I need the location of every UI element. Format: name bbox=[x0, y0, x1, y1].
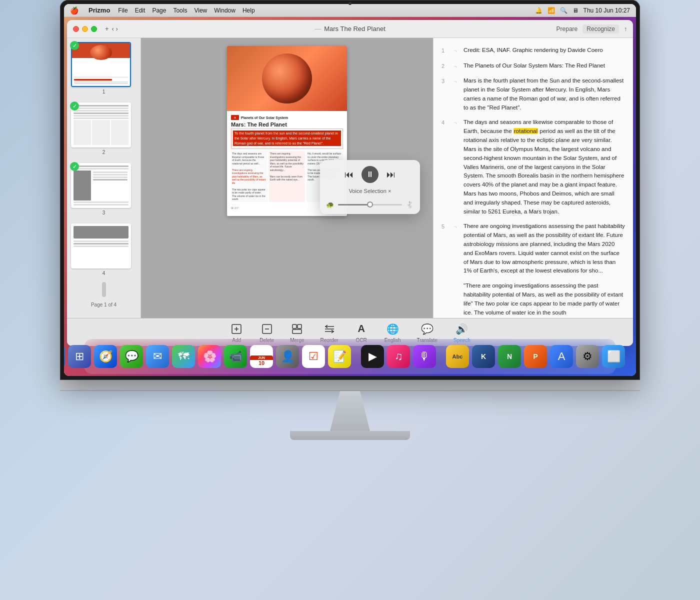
dock-trash[interactable]: 🗑 bbox=[635, 345, 636, 368]
dock-safari[interactable]: 🧭 bbox=[94, 345, 117, 368]
dock-finder[interactable]: 🖥 bbox=[64, 345, 65, 368]
dock-screentime[interactable]: ⬜ bbox=[602, 345, 625, 368]
nav-arrows[interactable]: ‹ › bbox=[112, 25, 118, 32]
menubar-right: 🔔 📶 🔍 🖥 Thu 10 Jun 10:27 bbox=[535, 7, 630, 14]
add-page-button[interactable]: + bbox=[105, 25, 109, 32]
dock-launchpad[interactable]: ⊞ bbox=[68, 345, 91, 368]
dock-numbers[interactable]: N bbox=[498, 345, 521, 368]
menu-file[interactable]: File bbox=[118, 7, 128, 14]
thumbnail-label-2: 2 bbox=[71, 150, 136, 155]
dock-messages[interactable]: 💬 bbox=[120, 345, 143, 368]
menu-help[interactable]: Help bbox=[242, 7, 255, 14]
dock-mail[interactable]: ✉ bbox=[146, 345, 169, 368]
dock-maps[interactable]: 🗺 bbox=[172, 345, 195, 368]
doc-image-area bbox=[227, 46, 347, 111]
thumbnail-3[interactable]: ✓ bbox=[67, 159, 140, 220]
title-dash: — bbox=[314, 25, 321, 32]
prepare-button[interactable]: Prepare bbox=[556, 26, 578, 32]
reorder-icon bbox=[322, 322, 336, 336]
minimize-button[interactable] bbox=[82, 26, 88, 32]
text-line-3: 3 ¬ Mars is the fourth planet from the S… bbox=[442, 76, 625, 112]
dock-settings[interactable]: ⚙ bbox=[576, 345, 599, 368]
dock-reminders[interactable]: ☑ bbox=[302, 345, 325, 368]
doc-col-1: The days and seasons are likewise compar… bbox=[231, 151, 268, 202]
menubar: 🍎 Prizmo File Edit Page Tools View Windo… bbox=[64, 4, 636, 17]
menu-edit[interactable]: Edit bbox=[135, 7, 146, 14]
thumbnail-img-4 bbox=[71, 224, 131, 268]
dock-pages[interactable]: P bbox=[524, 345, 547, 368]
delete-icon bbox=[260, 322, 274, 336]
screen-icon: 🖥 bbox=[572, 7, 578, 14]
sidebar: ✓ bbox=[67, 38, 141, 318]
scroll-indicator bbox=[102, 282, 106, 297]
apple-menu-icon[interactable]: 🍎 bbox=[70, 6, 78, 14]
merge-icon bbox=[290, 322, 304, 336]
menu-tools[interactable]: Tools bbox=[173, 7, 187, 14]
menu-window[interactable]: Window bbox=[214, 7, 236, 14]
text-line-2: 2 ¬ The Planets of Our Solar System Mars… bbox=[442, 62, 625, 71]
dock-facetime[interactable]: 📹 bbox=[224, 345, 247, 368]
share-button[interactable]: ↑ bbox=[624, 26, 627, 32]
fullscreen-button[interactable] bbox=[91, 26, 97, 32]
text-content-5b: "There are ongoing investigations assess… bbox=[464, 282, 625, 317]
screen: 🍎 Prizmo File Edit Page Tools View Windo… bbox=[64, 4, 636, 376]
dock-contacts[interactable]: 👤 bbox=[276, 345, 299, 368]
window-title: — Mars The Red Planet bbox=[314, 25, 386, 32]
check-badge-2: ✓ bbox=[70, 102, 79, 110]
thumbnail-img-3 bbox=[71, 163, 131, 208]
doc-heading: Mars: The Red Planet bbox=[231, 122, 343, 128]
thumbnail-4[interactable]: 4 bbox=[67, 220, 140, 280]
doc-col-2: There are ongoing investigations assessi… bbox=[269, 151, 306, 202]
check-badge-3: ✓ bbox=[70, 162, 79, 171]
thumbnail-2[interactable]: ✓ bbox=[67, 98, 140, 159]
titlebar-right: Prepare Recognize ↑ bbox=[556, 24, 627, 34]
wifi-icon: 📶 bbox=[548, 7, 555, 14]
speech-icon: 🔊 bbox=[455, 322, 469, 336]
dock: 🖥 ⊞ 🧭 💬 ✉ 🗺 🌸 📹 JUN 10 👤 ☑ 📝 bbox=[84, 339, 616, 374]
translate-icon: 💬 bbox=[420, 322, 434, 336]
close-button[interactable] bbox=[73, 26, 79, 32]
traffic-lights bbox=[73, 26, 97, 32]
thumbnail-label-4: 4 bbox=[71, 270, 136, 276]
dock-calendar[interactable]: JUN 10 bbox=[250, 345, 273, 368]
dock-keynote[interactable]: K bbox=[472, 345, 495, 368]
dock-photos[interactable]: 🌸 bbox=[198, 345, 221, 368]
text-content-4: The days and seasons are likewise compar… bbox=[464, 118, 625, 216]
menu-page[interactable]: Page bbox=[152, 7, 166, 14]
monitor-stand-neck bbox=[325, 391, 375, 431]
title-text: Mars The Red Planet bbox=[324, 25, 386, 32]
monitor-chin bbox=[60, 380, 640, 391]
thumbnail-1[interactable]: ✓ bbox=[67, 38, 140, 98]
text-line-1: 1 ¬ Credit: ESA, INAF. Graphic rendering… bbox=[442, 46, 625, 56]
dock-music[interactable]: ♫ bbox=[387, 345, 410, 368]
dock-prizmo[interactable]: Abc bbox=[446, 345, 469, 368]
mars-sphere bbox=[262, 54, 312, 104]
desktop: + ‹ › — Mars The Red Planet Prepare Reco… bbox=[64, 17, 636, 376]
text-content-3: Mars is the fourth planet from the Sun a… bbox=[464, 76, 625, 112]
dock-appstore[interactable]: A bbox=[550, 345, 573, 368]
window-content: ✓ bbox=[67, 38, 633, 318]
thumbnail-img-2 bbox=[71, 102, 131, 148]
monitor-stand-base bbox=[290, 431, 410, 440]
thumbnail-img-1 bbox=[71, 42, 131, 87]
thumbnail-label-3: 3 bbox=[71, 210, 136, 216]
camera-dot bbox=[348, 2, 352, 5]
monitor-outer: 🍎 Prizmo File Edit Page Tools View Windo… bbox=[60, 0, 640, 440]
dock-notes[interactable]: 📝 bbox=[328, 345, 351, 368]
text-content-1: Credit: ESA, INAF. Graphic rendering by … bbox=[464, 46, 625, 56]
text-line-4: 4 ¬ The days and seasons are likewise co… bbox=[442, 118, 625, 216]
text-line-5: 5 ¬ There are ongoing investigations ass… bbox=[442, 222, 625, 276]
menu-items: File Edit Page Tools View Window Help bbox=[118, 7, 254, 14]
dock-appletv[interactable]: ▶ bbox=[361, 345, 384, 368]
menu-view[interactable]: View bbox=[194, 7, 207, 14]
text-panel[interactable]: 1 ¬ Credit: ESA, INAF. Graphic rendering… bbox=[433, 38, 633, 318]
monitor-bezel: 🍎 Prizmo File Edit Page Tools View Windo… bbox=[60, 0, 640, 380]
dock-podcasts[interactable]: 🎙 bbox=[413, 345, 436, 368]
doc-title-badge: Planets of Our Solar System bbox=[241, 116, 288, 120]
page-indicator: Page 1 of 4 bbox=[67, 299, 140, 310]
recognize-button[interactable]: Recognize bbox=[582, 24, 619, 34]
svg-rect-6 bbox=[298, 324, 302, 328]
notification-icon: 🔔 bbox=[535, 7, 542, 14]
search-icon[interactable]: 🔍 bbox=[560, 7, 568, 14]
text-content-5: There are ongoing investigations assessi… bbox=[464, 222, 625, 276]
